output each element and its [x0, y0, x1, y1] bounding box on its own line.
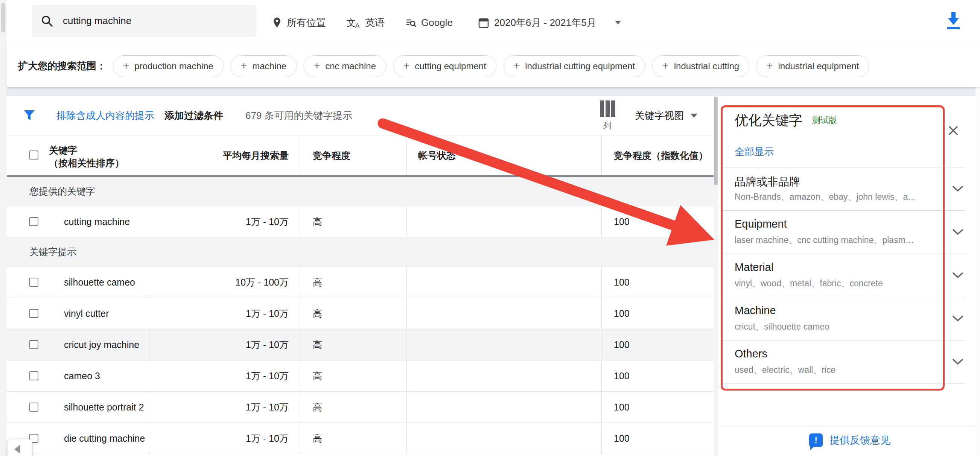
- chevron-left-icon: [14, 445, 20, 454]
- exclude-adult-link[interactable]: 排除含成人内容的提示: [56, 96, 154, 135]
- keyword-search-box[interactable]: cutting machine: [32, 5, 256, 37]
- filter-funnel-icon[interactable]: [23, 96, 35, 135]
- feedback-text: 提供反馈意见: [829, 434, 891, 447]
- header-competition-index[interactable]: 竞争程度（指数化值）: [614, 149, 708, 162]
- columns-button[interactable]: 列: [597, 100, 618, 131]
- keyword-groups-list: 品牌或非品牌 Non-Brands、amazon、ebay、john lewis…: [721, 167, 965, 384]
- row-checkbox[interactable]: [29, 278, 38, 287]
- row-checkbox[interactable]: [29, 371, 38, 380]
- group-name: Material: [735, 261, 773, 273]
- table-row[interactable]: die cutting machine 1万 - 10万 高 100: [7, 423, 714, 454]
- plus-icon: +: [314, 60, 320, 71]
- download-icon: [945, 11, 962, 31]
- row-checkbox[interactable]: [29, 309, 38, 318]
- cell-account-status: [406, 329, 601, 360]
- chips-row: + production machine + machine + cnc mac…: [113, 55, 869, 77]
- cell-volume: 1万 - 10万: [150, 361, 301, 391]
- cell-competition: 高: [301, 361, 406, 391]
- language-label: 英语: [365, 16, 385, 29]
- keyword-group-row[interactable]: 品牌或非品牌 Non-Brands、amazon、ebay、john lewis…: [721, 167, 965, 211]
- scroll-left-button[interactable]: [8, 439, 32, 456]
- cell-competition: 高: [301, 392, 406, 423]
- panel-close-button[interactable]: [947, 124, 960, 137]
- group-name: Others: [735, 348, 767, 360]
- chip-label: industrial cutting equipment: [525, 61, 635, 71]
- row-checkbox[interactable]: [29, 217, 38, 226]
- chevron-down-icon: [952, 229, 963, 235]
- cell-competition-index: 100: [601, 361, 714, 391]
- feedback-icon: !: [809, 434, 822, 447]
- row-checkbox[interactable]: [29, 403, 38, 412]
- group-examples: vinyl、wood、metal、fabric、concrete: [735, 278, 883, 289]
- header-keyword-sub: （按相关性排序）: [49, 157, 124, 169]
- group-examples: used、electric、wall、rice: [735, 364, 835, 376]
- search-input[interactable]: cutting machine: [63, 15, 131, 27]
- table-scrollbar[interactable]: [714, 96, 718, 456]
- date-range-selector[interactable]: 2020年6月 - 2021年5月: [478, 0, 621, 45]
- cell-volume: 1万 - 10万: [150, 423, 301, 454]
- keyword-group-row[interactable]: Equipment laser machine、cnc cutting mach…: [721, 211, 965, 254]
- location-selector[interactable]: 所有位置: [272, 0, 326, 45]
- chevron-down-icon: [952, 315, 963, 322]
- feedback-link[interactable]: ! 提供反馈意见: [809, 434, 891, 447]
- date-dropdown-arrow-icon[interactable]: [615, 21, 621, 24]
- row-checkbox[interactable]: [29, 340, 38, 349]
- expand-chip[interactable]: + cnc machine: [304, 55, 386, 77]
- expand-chip[interactable]: + machine: [231, 55, 297, 77]
- top-bar: cutting machine 所有位置 文A 英语 Google 2020年6…: [7, 0, 980, 46]
- feedback-divider: [718, 426, 980, 426]
- expand-chip[interactable]: + industrial cutting: [652, 55, 749, 77]
- cell-account-status: [406, 298, 601, 329]
- header-competition[interactable]: 竞争程度: [313, 149, 350, 162]
- chip-label: production machine: [134, 61, 213, 71]
- left-scrollbar-thumb[interactable]: [1, 3, 5, 32]
- table-row[interactable]: vinyl cutter 1万 - 10万 高 100: [7, 298, 714, 329]
- table-row[interactable]: cameo 3 1万 - 10万 高 100: [7, 361, 714, 392]
- header-volume[interactable]: 平均每月搜索量: [223, 149, 289, 162]
- background-gap: [7, 87, 980, 96]
- header-account-status[interactable]: 帐号状态: [418, 149, 456, 162]
- cell-volume: 1万 - 10万: [150, 329, 301, 360]
- expand-chip[interactable]: + industrial equipment: [756, 55, 869, 77]
- left-scrollbar[interactable]: [0, 0, 7, 456]
- group-name: Machine: [735, 304, 776, 317]
- cell-competition-index: 100: [601, 298, 714, 329]
- keyword-group-row[interactable]: Machine cricut、silhouette cameo: [721, 297, 965, 340]
- cell-account-status: [406, 392, 601, 423]
- cell-account-status: [406, 423, 601, 454]
- header-keyword[interactable]: 关键字: [49, 144, 124, 157]
- cell-keyword: cutting machine: [64, 206, 130, 237]
- keyword-group-row[interactable]: Material vinyl、wood、metal、fabric、concret…: [721, 254, 965, 297]
- download-button[interactable]: [945, 11, 962, 31]
- table-row[interactable]: cutting machine 1万 - 10万 高 100: [7, 206, 714, 237]
- table-scrollbar-thumb[interactable]: [714, 97, 718, 185]
- cell-competition: 高: [301, 423, 406, 454]
- view-label: 关键字视图: [635, 109, 684, 122]
- keyword-group-row[interactable]: Others used、electric、wall、rice: [721, 340, 965, 384]
- available-ideas-hint: 679 条可用的关键字提示: [245, 96, 353, 135]
- cell-competition: 高: [301, 298, 406, 329]
- cell-competition: 高: [301, 206, 406, 237]
- language-selector[interactable]: 文A 英语: [347, 0, 385, 45]
- network-selector[interactable]: Google: [406, 0, 453, 45]
- table-row[interactable]: silhouette portrait 2 1万 - 10万 高 100: [7, 392, 714, 423]
- cell-volume: 10万 - 100万: [150, 267, 301, 298]
- plus-icon: +: [123, 60, 129, 71]
- table-body: 您提供的关键字 cutting machine 1万 - 10万 高 100 关…: [7, 177, 714, 454]
- cell-keyword: silhouette portrait 2: [64, 392, 144, 423]
- table-row[interactable]: cricut joy machine 1万 - 10万 高 100: [7, 329, 714, 361]
- calendar-icon: [478, 17, 489, 29]
- cell-keyword: silhouette cameo: [64, 267, 135, 298]
- cell-competition-index: 100: [601, 423, 714, 454]
- group-examples: Non-Brands、amazon、ebay、john lewis、a…: [735, 191, 916, 203]
- expand-chip[interactable]: + industrial cutting equipment: [504, 55, 646, 77]
- add-filter-button[interactable]: 添加过滤条件: [164, 96, 223, 135]
- view-selector[interactable]: 关键字视图: [635, 96, 697, 135]
- select-all-checkbox[interactable]: [29, 151, 38, 159]
- show-all-link[interactable]: 全部显示: [735, 145, 774, 158]
- table-row[interactable]: silhouette cameo 10万 - 100万 高 100: [7, 267, 714, 298]
- plus-icon: +: [662, 60, 668, 71]
- expand-chip[interactable]: + production machine: [113, 55, 224, 77]
- group-examples: cricut、silhouette cameo: [735, 321, 829, 333]
- expand-chip[interactable]: + cutting equipment: [393, 55, 496, 77]
